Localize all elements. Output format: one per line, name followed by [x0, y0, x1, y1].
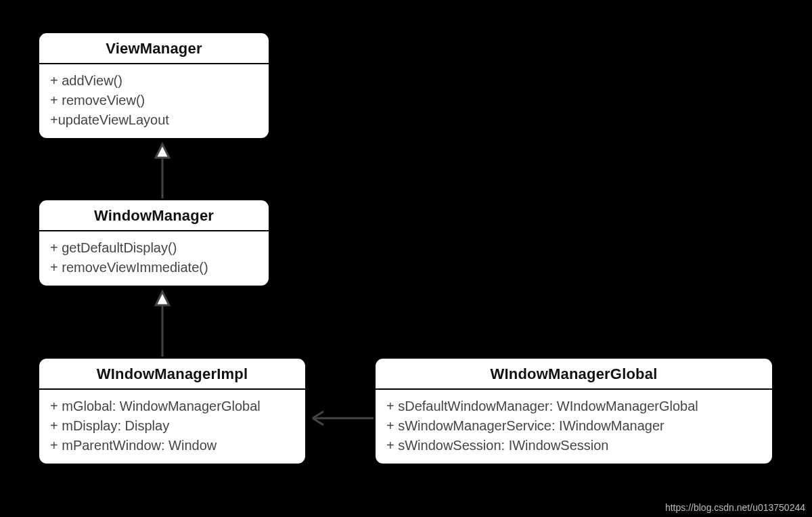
class-box-viewmanager: ViewManager + addView() + removeView() +…	[37, 31, 271, 140]
class-box-windowmanager: WindowManager + getDefaultDisplay() + re…	[37, 198, 271, 288]
class-member: + mDisplay: Display	[50, 416, 294, 436]
watermark: https://blog.csdn.net/u013750244	[665, 502, 805, 513]
svg-line-6	[313, 418, 323, 425]
class-title: ViewManager	[39, 33, 269, 64]
svg-marker-3	[156, 292, 169, 305]
class-member: + addView()	[50, 71, 258, 91]
class-title: WindowManager	[39, 200, 269, 231]
class-title: WIndowManagerGlobal	[376, 359, 772, 390]
class-body: + getDefaultDisplay() + removeViewImmedi…	[39, 231, 269, 286]
class-member: + mParentWindow: Window	[50, 436, 294, 455]
class-title: WIndowManagerImpl	[39, 359, 305, 390]
class-member: + sWindowSession: IWindowSession	[386, 436, 761, 455]
svg-line-5	[313, 411, 323, 418]
class-box-windowmanagerimpl: WIndowManagerImpl + mGlobal: WindowManag…	[37, 357, 307, 466]
class-member: + removeView()	[50, 91, 258, 110]
class-member: + getDefaultDisplay()	[50, 238, 258, 258]
class-member: + mGlobal: WindowManagerGlobal	[50, 397, 294, 416]
class-member: + sWindowManagerService: IWindowManager	[386, 416, 761, 436]
svg-marker-1	[156, 144, 169, 158]
class-body: + addView() + removeView() +updateViewLa…	[39, 64, 269, 138]
class-body: + mGlobal: WindowManagerGlobal + mDispla…	[39, 390, 305, 464]
class-box-windowmanagerglobal: WIndowManagerGlobal + sDefaultWindowMana…	[374, 357, 774, 466]
class-body: + sDefaultWindowManager: WIndowManagerGl…	[376, 390, 772, 464]
class-member: + removeViewImmediate()	[50, 258, 258, 277]
class-member: +updateViewLayout	[50, 110, 258, 130]
class-member: + sDefaultWindowManager: WIndowManagerGl…	[386, 397, 761, 416]
